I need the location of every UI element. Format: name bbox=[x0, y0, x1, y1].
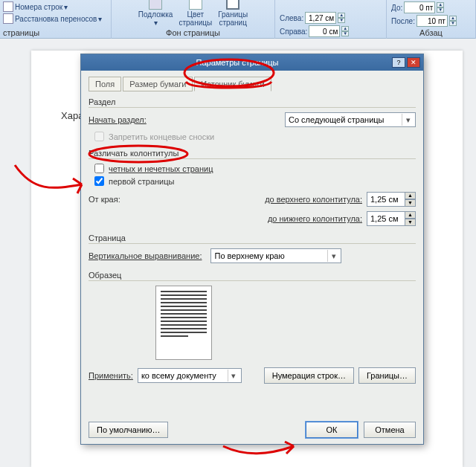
spin-up[interactable]: ▲ bbox=[449, 16, 457, 21]
tab-fields[interactable]: Поля bbox=[89, 77, 121, 91]
first-page-check[interactable]: первой страницы bbox=[94, 176, 416, 186]
chevron-down-icon[interactable]: ▾ bbox=[402, 114, 414, 126]
titlebar[interactable]: Параметры страницы ? ✕ bbox=[81, 54, 423, 71]
cancel-button[interactable]: Отмена bbox=[364, 422, 416, 438]
footer-distance-field[interactable] bbox=[367, 211, 405, 226]
space-before-label: До: bbox=[391, 4, 402, 12]
chevron-down-icon[interactable]: ▾ bbox=[327, 250, 339, 262]
page-setup-dialog: Параметры страницы ? ✕ Поля Размер бумаг… bbox=[80, 54, 424, 445]
tab-paper-size[interactable]: Размер бумаги bbox=[123, 77, 193, 91]
spin-up[interactable]: ▲ bbox=[405, 211, 416, 219]
section-start-label: Начать раздел: bbox=[89, 115, 147, 124]
group-label: Фон страницы bbox=[166, 27, 220, 37]
space-after-input[interactable] bbox=[416, 15, 448, 27]
spin-down[interactable]: ▼ bbox=[338, 18, 345, 23]
indent-right-input[interactable] bbox=[309, 25, 340, 37]
header-distance-input[interactable]: ▲▼ bbox=[367, 192, 416, 207]
preview-thumbnail bbox=[155, 286, 212, 360]
help-button[interactable]: ? bbox=[392, 57, 405, 68]
spin-down[interactable]: ▼ bbox=[449, 21, 457, 26]
odd-even-check[interactable]: четных и нечетных страниц bbox=[94, 164, 416, 173]
default-button[interactable]: По умолчанию… bbox=[89, 422, 168, 438]
section-group-title: Раздел bbox=[89, 97, 416, 108]
watermark-button[interactable]: Подложка▾ bbox=[138, 0, 173, 27]
spin-up[interactable]: ▲ bbox=[341, 26, 349, 31]
preview-group-title: Образец bbox=[89, 271, 416, 281]
header-distance-field[interactable] bbox=[367, 192, 405, 207]
apply-to-combo[interactable]: ко всему документу▾ bbox=[138, 368, 242, 383]
to-header-label: до верхнего колонтитула: bbox=[265, 195, 362, 204]
indent-right-label: Справа: bbox=[280, 28, 307, 36]
suppress-endnotes-check: Запретить концевые сноски bbox=[94, 132, 416, 141]
dialog-title: Параметры страницы bbox=[84, 58, 390, 67]
from-edge-label: От края: bbox=[89, 195, 155, 204]
spin-down[interactable]: ▼ bbox=[405, 219, 416, 226]
spin-up[interactable]: ▲ bbox=[405, 192, 416, 199]
borders-dialog-button[interactable]: Границы… bbox=[358, 367, 416, 384]
section-start-combo[interactable]: Со следующей страницы▾ bbox=[285, 112, 416, 127]
ribbon: Номера строк ▾ Расстановка переносов ▾ с… bbox=[0, 0, 476, 39]
tab-paper-source[interactable]: Источник бумаги bbox=[194, 77, 271, 91]
spin-down[interactable]: ▼ bbox=[437, 7, 444, 13]
page-color-button[interactable]: Цвет страницы bbox=[178, 0, 212, 27]
page-group-title: Страница bbox=[89, 234, 416, 244]
indent-left-input[interactable] bbox=[305, 12, 336, 24]
page-borders-button[interactable]: Границы страниц bbox=[218, 0, 248, 27]
ok-button[interactable]: ОК bbox=[306, 422, 358, 438]
spin-up[interactable]: ▲ bbox=[437, 2, 444, 7]
hyphenation-button[interactable]: Расстановка переносов ▾ bbox=[3, 13, 102, 24]
odd-even-checkbox[interactable] bbox=[94, 164, 104, 173]
suppress-endnotes-checkbox bbox=[94, 132, 104, 141]
footer-distance-input[interactable]: ▲▼ bbox=[367, 211, 416, 226]
space-before-input[interactable] bbox=[404, 1, 435, 13]
line-numbers-dialog-button[interactable]: Нумерация строк… bbox=[264, 367, 354, 384]
spin-up[interactable]: ▲ bbox=[338, 13, 345, 18]
indent-left-label: Слева: bbox=[280, 14, 303, 22]
valign-combo[interactable]: По верхнему краю▾ bbox=[210, 248, 341, 263]
first-page-checkbox[interactable] bbox=[94, 176, 104, 186]
apply-to-label: Применить: bbox=[89, 371, 133, 380]
spin-down[interactable]: ▼ bbox=[405, 199, 416, 207]
space-after-label: После: bbox=[391, 17, 415, 25]
headers-group-title: Различать колонтитулы bbox=[89, 149, 416, 159]
group-label: страницы bbox=[3, 27, 39, 37]
spin-down[interactable]: ▼ bbox=[341, 31, 349, 36]
to-footer-label: до нижнего колонтитула: bbox=[268, 214, 362, 223]
close-button[interactable]: ✕ bbox=[407, 57, 420, 68]
chevron-down-icon[interactable]: ▾ bbox=[228, 370, 239, 381]
group-label: Абзац bbox=[419, 27, 443, 37]
line-numbers-button[interactable]: Номера строк ▾ bbox=[3, 1, 68, 12]
valign-label: Вертикальное выравнивание: bbox=[89, 251, 202, 260]
